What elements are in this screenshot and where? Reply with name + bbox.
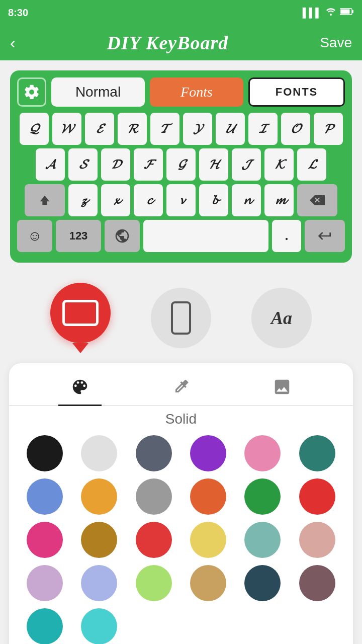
color-dot[interactable] <box>27 478 63 515</box>
phone-icon <box>171 301 191 335</box>
enter-key[interactable] <box>305 220 345 252</box>
color-dot[interactable] <box>27 608 63 644</box>
color-dot[interactable] <box>27 435 63 471</box>
color-dot[interactable] <box>27 522 63 558</box>
color-dot[interactable] <box>190 435 226 471</box>
key-w[interactable]: 𝓦 <box>52 113 81 145</box>
keyboard-row-4: ☺ 123 . <box>17 220 345 252</box>
key-j[interactable]: 𝓙 <box>232 148 261 181</box>
color-dot[interactable] <box>244 565 281 601</box>
keyboard-row-2: 𝓐 𝓢 𝓓 𝓕 𝓖 𝓗 𝓙 𝓚 𝓛 <box>17 148 345 181</box>
key-f[interactable]: 𝓕 <box>134 148 163 181</box>
key-o[interactable]: 𝓞 <box>281 113 310 145</box>
color-dot[interactable] <box>136 522 172 558</box>
color-dot[interactable] <box>299 522 335 558</box>
keyboard-row-3: 𝔃 𝔁 𝓬 𝓿 𝓫 𝓷 𝓶 <box>17 184 345 216</box>
color-dot[interactable] <box>190 522 226 558</box>
key-z[interactable]: 𝔃 <box>68 184 98 216</box>
keyboard-container: Normal Fonts FONTS 𝓠 𝓦 𝓔 𝓡 𝓣 𝓨 𝓤 𝓘 𝓞 𝓟 𝓐… <box>10 70 352 263</box>
image-tab[interactable] <box>260 372 304 405</box>
key-e[interactable]: 𝓔 <box>85 113 114 145</box>
shift-icon <box>38 193 52 207</box>
backspace-icon <box>309 193 326 207</box>
wifi-icon <box>325 7 337 19</box>
svg-rect-2 <box>341 9 350 14</box>
gear-button[interactable] <box>17 77 46 107</box>
layout-option[interactable] <box>151 288 211 348</box>
font-option[interactable]: Aa <box>251 288 312 348</box>
fonts-orange-button[interactable]: Fonts <box>150 77 243 107</box>
key-l[interactable]: 𝓛 <box>297 148 326 181</box>
color-dot[interactable] <box>244 435 281 471</box>
color-dot[interactable] <box>136 478 172 515</box>
color-dot[interactable] <box>27 565 63 601</box>
color-dot[interactable] <box>299 435 335 471</box>
key-x[interactable]: 𝔁 <box>101 184 130 216</box>
solid-label: Solid <box>9 411 353 427</box>
color-dot[interactable] <box>81 435 117 471</box>
color-dot[interactable] <box>299 565 335 601</box>
key-g[interactable]: 𝓖 <box>166 148 196 181</box>
keyboard-row-1: 𝓠 𝓦 𝓔 𝓡 𝓣 𝓨 𝓤 𝓘 𝓞 𝓟 <box>17 113 345 145</box>
color-panel: Solid <box>9 363 353 644</box>
key-r[interactable]: 𝓡 <box>118 113 147 145</box>
key-d[interactable]: 𝓓 <box>101 148 130 181</box>
globe-icon <box>114 228 130 244</box>
back-button[interactable]: ‹ <box>10 34 16 52</box>
color-dot[interactable] <box>81 522 117 558</box>
key-k[interactable]: 𝓚 <box>264 148 294 181</box>
color-dot[interactable] <box>244 478 281 515</box>
key-y[interactable]: 𝓨 <box>183 113 212 145</box>
color-dot[interactable] <box>190 565 226 601</box>
color-dot[interactable] <box>136 565 172 601</box>
svg-rect-3 <box>352 10 353 13</box>
color-dot[interactable] <box>244 522 281 558</box>
save-button[interactable]: Save <box>320 35 352 51</box>
image-icon <box>273 377 292 396</box>
color-dot[interactable] <box>190 478 226 515</box>
emoji-key[interactable]: ☺ <box>17 220 52 252</box>
color-dot[interactable] <box>136 435 172 471</box>
eyedropper-icon <box>171 377 191 396</box>
key-b[interactable]: 𝓫 <box>199 184 228 216</box>
app-title: DIY KeyBoard <box>107 32 229 54</box>
space-key[interactable] <box>143 220 268 252</box>
key-i[interactable]: 𝓘 <box>248 113 278 145</box>
signal-icon: ▌▌▌ <box>303 8 322 18</box>
color-dot[interactable] <box>81 565 117 601</box>
status-bar: 8:30 ▌▌▌ <box>0 0 362 25</box>
color-rect-icon <box>62 300 99 326</box>
key-n[interactable]: 𝓷 <box>232 184 261 216</box>
key-a[interactable]: 𝓐 <box>36 148 65 181</box>
enter-icon <box>317 228 333 244</box>
app-header: ‹ DIY KeyBoard Save <box>0 25 362 60</box>
palette-tab[interactable] <box>58 372 102 405</box>
color-dot[interactable] <box>81 608 117 644</box>
font-aa-icon: Aa <box>271 307 292 329</box>
key-m[interactable]: 𝓶 <box>264 184 294 216</box>
globe-key[interactable] <box>105 220 140 252</box>
color-dot[interactable] <box>299 478 335 515</box>
backspace-key[interactable] <box>297 184 337 216</box>
key-u[interactable]: 𝓤 <box>216 113 245 145</box>
normal-button[interactable]: Normal <box>51 77 145 107</box>
period-key[interactable]: . <box>272 220 301 252</box>
key-p[interactable]: 𝓟 <box>314 113 343 145</box>
fonts-outline-button[interactable]: FONTS <box>248 77 345 107</box>
key-s[interactable]: 𝓢 <box>68 148 98 181</box>
options-row: Aa <box>0 273 362 363</box>
color-option[interactable] <box>50 283 111 343</box>
key-v[interactable]: 𝓿 <box>166 184 196 216</box>
eyedropper-tab[interactable] <box>159 372 203 405</box>
status-time: 8:30 <box>8 7 28 19</box>
battery-icon <box>340 8 354 18</box>
key-q[interactable]: 𝓠 <box>20 113 49 145</box>
shift-key[interactable] <box>25 184 65 216</box>
key-h[interactable]: 𝓗 <box>199 148 228 181</box>
color-panel-tabs <box>9 363 353 406</box>
color-dot[interactable] <box>81 478 117 515</box>
svg-point-0 <box>330 14 332 16</box>
key-t[interactable]: 𝓣 <box>150 113 179 145</box>
key-c[interactable]: 𝓬 <box>134 184 163 216</box>
numbers-key[interactable]: 123 <box>56 220 101 252</box>
